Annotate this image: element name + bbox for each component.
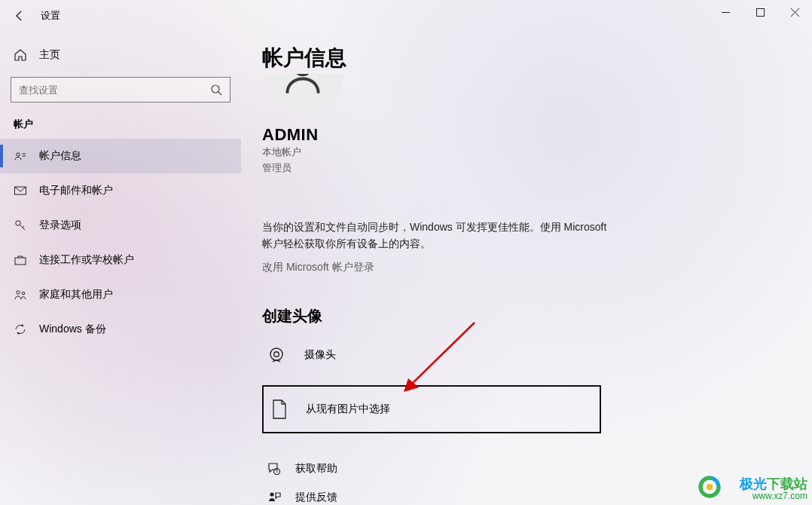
sync-icon: [14, 323, 27, 336]
sidebar-item-signin-options[interactable]: 登录选项: [0, 208, 241, 243]
watermark: 极光下载站 www.xz7.com: [740, 476, 807, 502]
camera-option[interactable]: 摄像头: [262, 337, 601, 373]
minimize-button[interactable]: [708, 0, 743, 24]
sidebar-item-email-accounts[interactable]: 电子邮件和帐户: [0, 173, 241, 208]
sidebar-home-label: 主页: [39, 48, 60, 62]
account-description: 当你的设置和文件自动同步时，Windows 可发挥更佳性能。使用 Microso…: [262, 219, 609, 252]
feedback-icon: [267, 490, 282, 505]
svg-point-16: [295, 74, 311, 75]
window-title: 设置: [41, 9, 60, 23]
username: ADMIN: [262, 125, 791, 145]
sidebar-item-family[interactable]: 家庭和其他用户: [0, 277, 241, 312]
watermark-logo: [696, 473, 723, 500]
camera-label: 摄像头: [304, 348, 336, 362]
person-icon: [279, 74, 326, 97]
sidebar-item-label: 电子邮件和帐户: [39, 184, 113, 197]
sidebar-item-label: 家庭和其他用户: [39, 288, 113, 301]
search-box[interactable]: [11, 77, 230, 103]
account-type: 本地帐户: [262, 145, 791, 161]
camera-icon: [267, 345, 286, 365]
close-icon: [791, 8, 799, 17]
svg-line-5: [218, 92, 221, 95]
page-title: 帐户信息: [262, 44, 791, 72]
avatar-area: [262, 74, 343, 115]
sidebar-home[interactable]: 主页: [0, 41, 241, 69]
sidebar-item-account-info[interactable]: 帐户信息: [0, 139, 241, 173]
close-button[interactable]: [777, 0, 812, 24]
titlebar: 设置: [0, 0, 812, 32]
back-button[interactable]: [3, 0, 36, 32]
sidebar-item-label: Windows 备份: [39, 323, 106, 336]
get-help-label: 获取帮助: [295, 462, 337, 476]
main-content: 帐户信息 ADMIN 本地帐户 管理员 当你的设置和文件自动同步时，Window…: [241, 32, 812, 505]
account-role: 管理员: [262, 161, 791, 176]
svg-line-12: [23, 226, 24, 228]
svg-point-6: [17, 153, 20, 156]
briefcase-icon: [14, 253, 27, 267]
search-icon: [210, 84, 222, 96]
browse-label: 从现有图片中选择: [306, 402, 390, 416]
minimize-icon: [722, 8, 730, 17]
svg-rect-13: [15, 258, 26, 265]
svg-text:?: ?: [276, 470, 279, 474]
watermark-text: 极光: [740, 476, 767, 491]
svg-point-21: [270, 493, 273, 497]
sidebar: 主页 帐户 帐户信息 电子邮件和帐户 登录选项 连接工作或学校帐户 家庭: [0, 32, 241, 505]
svg-point-18: [274, 352, 279, 357]
file-icon: [271, 399, 288, 420]
svg-rect-1: [756, 8, 764, 16]
watermark-url: www.xz7.com: [740, 491, 807, 502]
create-avatar-heading: 创建头像: [262, 306, 791, 326]
svg-point-24: [707, 484, 713, 490]
feedback-label: 提供反馈: [295, 491, 337, 504]
sidebar-section-title: 帐户: [0, 113, 241, 139]
svg-point-4: [212, 85, 219, 93]
people-icon: [14, 288, 27, 301]
sidebar-item-work-school[interactable]: 连接工作或学校帐户: [0, 243, 241, 277]
sidebar-item-label: 登录选项: [39, 219, 81, 232]
arrow-left-icon: [14, 10, 26, 22]
svg-point-15: [22, 292, 25, 295]
search-input[interactable]: [19, 84, 210, 96]
person-card-icon: [14, 149, 27, 163]
home-icon: [14, 48, 27, 62]
help-icon: ?: [267, 461, 282, 476]
maximize-icon: [756, 8, 765, 17]
mail-icon: [14, 184, 27, 197]
svg-line-11: [20, 225, 25, 230]
svg-point-17: [270, 348, 282, 360]
svg-point-14: [17, 291, 20, 294]
browse-option[interactable]: 从现有图片中选择: [262, 385, 601, 433]
sidebar-item-label: 帐户信息: [39, 149, 81, 163]
signin-ms-account-link[interactable]: 改用 Microsoft 帐户登录: [262, 261, 791, 274]
avatar-circle: [262, 74, 343, 115]
sidebar-item-label: 连接工作或学校帐户: [39, 253, 134, 267]
key-icon: [14, 219, 27, 232]
sidebar-item-backup[interactable]: Windows 备份: [0, 312, 241, 347]
maximize-button[interactable]: [743, 0, 777, 24]
window-controls: [708, 0, 812, 24]
